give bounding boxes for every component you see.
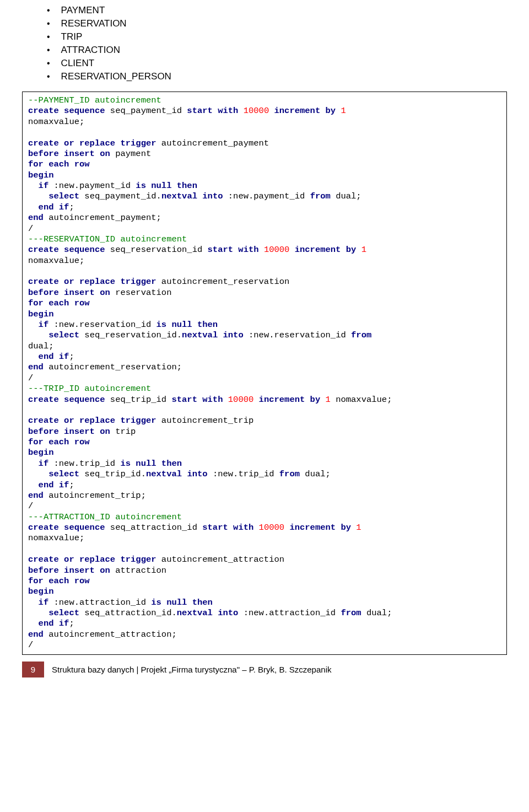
code-keyword: create sequence <box>28 245 110 255</box>
code-keyword: create sequence <box>28 523 110 533</box>
code-keyword: create or replace trigger <box>28 277 161 287</box>
code-keyword: nextval into <box>161 191 228 201</box>
code-keyword: end if <box>28 619 69 628</box>
code-keyword: nextval into <box>177 608 244 618</box>
code-ident: autoincrement_trip; <box>48 491 146 501</box>
code-keyword: is null then <box>151 598 213 607</box>
code-ident: dual; <box>28 341 54 351</box>
code-keyword: increment by <box>274 106 341 116</box>
code-ident: / <box>28 224 33 234</box>
code-ident: :new.reservation_id <box>249 330 351 340</box>
code-ident: autoincrement_reservation; <box>48 362 182 372</box>
code-ident: autoincrement_attraction <box>161 555 284 564</box>
code-keyword: create or replace trigger <box>28 555 161 564</box>
bullet-icon: • <box>47 71 50 83</box>
list-item: •ATTRACTION <box>22 44 507 56</box>
code-keyword: end <box>28 362 48 372</box>
code-number: 10000 <box>259 523 290 533</box>
code-ident: ; <box>69 202 74 212</box>
code-keyword: if <box>28 181 54 191</box>
code-keyword: begin <box>28 587 54 596</box>
code-keyword: create sequence <box>28 395 110 405</box>
code-keyword: select <box>28 330 84 340</box>
code-comment: ---ATTRACTION_ID autoincrement <box>28 512 182 522</box>
bullet-text: PAYMENT <box>61 4 105 17</box>
code-keyword: begin <box>28 309 54 319</box>
code-ident: seq_payment_id <box>110 106 187 116</box>
bullet-icon: • <box>47 44 50 56</box>
code-ident: seq_reservation_id. <box>84 330 182 340</box>
code-ident: ; <box>69 619 74 628</box>
code-comment: --PAYMENT_ID autoincrement <box>28 95 161 105</box>
code-keyword: end if <box>28 480 69 490</box>
code-keyword: increment by <box>289 523 356 533</box>
code-ident: reservation <box>115 288 171 298</box>
code-keyword: if <box>28 320 54 330</box>
list-item: •PAYMENT <box>22 4 507 17</box>
code-ident: autoincrement_reservation <box>161 277 290 287</box>
code-ident: :new.reservation_id <box>54 320 156 330</box>
code-ident: seq_trip_id <box>110 395 172 405</box>
page-footer: 9 Struktura bazy danych | Projekt „Firma… <box>22 662 507 677</box>
code-ident: :new.payment_id <box>54 181 136 191</box>
code-comment: ---TRIP_ID autoincrement <box>28 384 151 394</box>
code-keyword: create or replace trigger <box>28 416 161 426</box>
code-keyword: end if <box>28 202 69 212</box>
code-keyword: select <box>28 191 84 201</box>
code-keyword: from <box>351 330 371 340</box>
code-ident: trip <box>115 427 136 437</box>
code-ident: seq_payment_id. <box>84 191 161 201</box>
code-ident: seq_attraction_id <box>110 523 202 533</box>
code-keyword: increment by <box>259 395 326 405</box>
code-keyword: if <box>28 459 54 469</box>
code-keyword: before insert on <box>28 149 115 159</box>
code-ident: :new.trip_id <box>54 459 121 469</box>
code-keyword: is null then <box>156 320 218 330</box>
code-keyword: before insert on <box>28 566 115 576</box>
code-keyword: before insert on <box>28 427 115 437</box>
bullet-icon: • <box>47 57 50 69</box>
code-ident: autoincrement_trip <box>161 416 253 426</box>
code-ident: / <box>28 373 33 383</box>
code-ident: :new.attraction_id <box>54 598 152 607</box>
code-number: 1 <box>361 245 366 255</box>
code-number: 10000 <box>244 106 274 116</box>
code-keyword: increment by <box>295 245 361 255</box>
bullet-list: •PAYMENT •RESERVATION •TRIP •ATTRACTION … <box>22 4 507 83</box>
code-keyword: nextval into <box>146 469 213 479</box>
code-number: 10000 <box>264 245 295 255</box>
code-keyword: begin <box>28 448 54 458</box>
code-ident: ; <box>69 352 74 362</box>
list-item: •CLIENT <box>22 57 507 69</box>
bullet-text: TRIP <box>61 31 83 43</box>
code-keyword: end <box>28 491 48 501</box>
code-number: 1 <box>326 395 336 405</box>
code-ident: / <box>28 501 33 511</box>
code-keyword: create or replace trigger <box>28 138 161 148</box>
code-keyword: from <box>341 608 366 618</box>
list-item: •RESERVATION <box>22 18 507 30</box>
code-keyword: for each row <box>28 576 90 586</box>
code-ident: attraction <box>115 566 166 576</box>
code-keyword: start with <box>171 395 228 405</box>
page-number: 9 <box>22 662 44 677</box>
code-keyword: before insert on <box>28 288 115 298</box>
code-keyword: for each row <box>28 159 90 169</box>
code-keyword: select <box>28 469 84 479</box>
code-keyword: begin <box>28 170 54 180</box>
code-keyword: end <box>28 630 48 639</box>
code-ident: dual; <box>336 191 361 201</box>
code-keyword: nextval into <box>182 330 249 340</box>
code-ident: :new.attraction_id <box>244 608 341 618</box>
code-keyword: is null then <box>120 459 182 469</box>
code-keyword: create sequence <box>28 106 110 116</box>
code-ident: :new.trip_id <box>213 469 279 479</box>
bullet-text: CLIENT <box>61 57 94 69</box>
code-ident: seq_attraction_id. <box>84 608 176 618</box>
bullet-icon: • <box>47 31 50 43</box>
code-ident: nomaxvalue; <box>28 533 84 543</box>
code-keyword: is null then <box>136 181 197 191</box>
bullet-text: RESERVATION_PERSON <box>61 71 171 83</box>
code-keyword: for each row <box>28 437 90 447</box>
code-ident: autoincrement_attraction; <box>48 630 177 639</box>
